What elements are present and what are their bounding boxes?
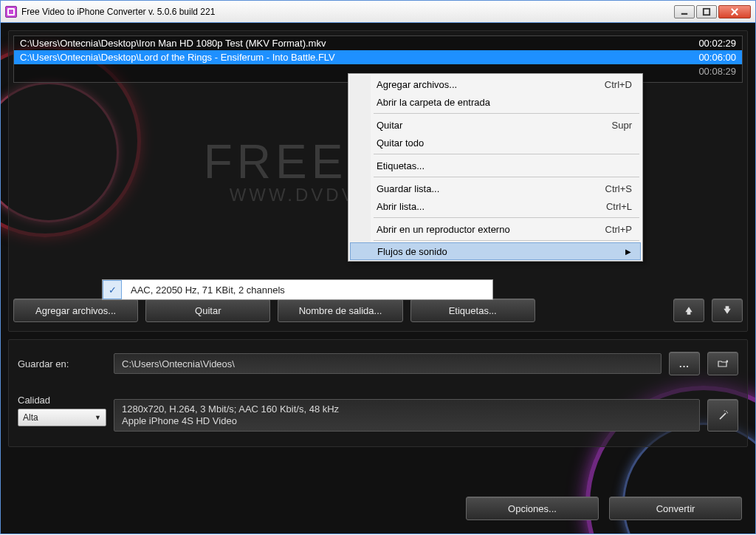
menu-item[interactable]: Etiquetas... bbox=[350, 157, 641, 174]
app-icon bbox=[5, 6, 17, 18]
save-in-label: Guardar en: bbox=[18, 358, 106, 369]
titlebar: Free Video to iPhone Converter v. 5.0.6 … bbox=[0, 0, 756, 22]
preset-line2: Apple iPhone 4S HD Video bbox=[122, 415, 237, 427]
menu-item-label: Guardar lista... bbox=[377, 183, 439, 194]
menu-separator bbox=[374, 154, 639, 154]
audio-track-text: AAC, 22050 Hz, 71 KBit, 2 channels bbox=[131, 284, 285, 296]
move-up-button[interactable] bbox=[673, 299, 704, 322]
menu-item-shortcut: Ctrl+P bbox=[605, 224, 632, 235]
maximize-button[interactable] bbox=[696, 5, 717, 18]
menu-item[interactable]: QuitarSupr bbox=[350, 116, 641, 134]
menu-item-label: Abrir lista... bbox=[377, 201, 425, 212]
quality-label: Calidad bbox=[18, 395, 106, 406]
menu-item-label: Flujos de sonido bbox=[377, 246, 447, 257]
browse-button[interactable]: ... bbox=[669, 352, 700, 375]
file-row[interactable]: C:\Users\Ontecnia\Desktop\Lord of the Ri… bbox=[14, 50, 742, 64]
output-name-button[interactable]: Nombre de salida... bbox=[278, 299, 402, 322]
minimize-button[interactable] bbox=[674, 5, 695, 18]
total-duration: 00:08:29 bbox=[698, 66, 736, 77]
save-in-row: Guardar en: C:\Users\Ontecnia\Videos\ ..… bbox=[18, 352, 738, 375]
menu-item[interactable]: Abrir lista...Ctrl+L bbox=[350, 197, 641, 215]
chevron-down-icon: ▼ bbox=[94, 414, 101, 421]
menu-item-label: Agregar archivos... bbox=[377, 79, 457, 90]
menu-item[interactable]: Agregar archivos...Ctrl+D bbox=[350, 75, 641, 93]
svg-rect-1 bbox=[704, 8, 709, 14]
remove-button[interactable]: Quitar bbox=[145, 299, 270, 322]
file-path: C:\Users\Ontecnia\Desktop\Lord of the Ri… bbox=[20, 52, 335, 63]
toolbar: Agregar archivos... Quitar Nombre de sal… bbox=[13, 299, 743, 322]
file-duration: 00:02:29 bbox=[698, 38, 736, 49]
ellipsis-icon: ... bbox=[679, 358, 690, 369]
menu-item[interactable]: Abrir la carpeta de entrada bbox=[350, 93, 641, 111]
file-path: C:\Users\Ontecnia\Desktop\Iron Man HD 10… bbox=[20, 38, 326, 49]
quality-selected: Alta bbox=[23, 412, 38, 423]
open-folder-button[interactable] bbox=[707, 352, 738, 375]
menu-separator bbox=[374, 217, 639, 218]
menu-item-shortcut: Ctrl+S bbox=[605, 183, 632, 194]
close-button[interactable] bbox=[718, 5, 751, 18]
menu-item-shortcut: Ctrl+L bbox=[606, 201, 632, 212]
menu-item-label: Abrir en un reproductor externo bbox=[377, 224, 510, 235]
quality-select[interactable]: Alta ▼ bbox=[18, 409, 106, 426]
menu-item[interactable]: Flujos de sonido▶ bbox=[350, 242, 641, 260]
settings-panel: Guardar en: C:\Users\Ontecnia\Videos\ ..… bbox=[8, 339, 748, 447]
app-body: FREESTUDIO WWW.DVDVIDEOSOFT.COM C:\Users… bbox=[0, 22, 756, 534]
menu-separator bbox=[374, 113, 639, 114]
add-files-button[interactable]: Agregar archivos... bbox=[13, 299, 138, 322]
quality-row: Calidad Alta ▼ 1280x720, H.264, 3 Mbit/s… bbox=[18, 389, 738, 432]
options-button[interactable]: Opciones... bbox=[466, 497, 599, 520]
move-down-button[interactable] bbox=[712, 299, 743, 322]
window-title: Free Video to iPhone Converter v. 5.0.6 … bbox=[21, 7, 674, 17]
wand-icon bbox=[717, 409, 729, 421]
menu-item[interactable]: Abrir en un reproductor externoCtrl+P bbox=[350, 220, 641, 238]
arrow-down-icon bbox=[722, 305, 732, 316]
save-in-field[interactable]: C:\Users\Ontecnia\Videos\ bbox=[114, 353, 662, 374]
tags-button[interactable]: Etiquetas... bbox=[410, 299, 535, 322]
menu-item-label: Quitar todo bbox=[377, 137, 424, 149]
file-duration: 00:06:00 bbox=[698, 52, 736, 63]
context-menu: Agregar archivos...Ctrl+DAbrir la carpet… bbox=[348, 73, 643, 262]
preset-wizard-button[interactable] bbox=[707, 399, 738, 432]
open-folder-icon bbox=[718, 358, 728, 369]
menu-item-shortcut: Ctrl+D bbox=[605, 79, 632, 90]
window-controls bbox=[674, 5, 751, 18]
menu-separator bbox=[374, 177, 639, 177]
file-row[interactable]: C:\Users\Ontecnia\Desktop\Iron Man HD 10… bbox=[14, 36, 742, 50]
menu-separator bbox=[374, 240, 639, 241]
bottom-bar: Opciones... Convertir bbox=[466, 497, 742, 520]
submenu-arrow-icon: ▶ bbox=[625, 248, 631, 256]
convert-button[interactable]: Convertir bbox=[609, 497, 742, 520]
audio-track-checkbox[interactable]: ✓ bbox=[103, 280, 122, 299]
menu-item-label: Etiquetas... bbox=[377, 160, 425, 171]
menu-item-label: Quitar bbox=[377, 120, 402, 131]
arrow-up-icon bbox=[684, 305, 694, 316]
menu-item[interactable]: Quitar todo bbox=[350, 134, 641, 151]
menu-item[interactable]: Guardar lista...Ctrl+S bbox=[350, 180, 641, 197]
menu-item-shortcut: Supr bbox=[612, 120, 632, 131]
audio-track-bar[interactable]: ✓ AAC, 22050 Hz, 71 KBit, 2 channels bbox=[102, 279, 493, 300]
preset-field[interactable]: 1280x720, H.264, 3 Mbit/s; AAC 160 Kbit/… bbox=[114, 399, 700, 432]
menu-item-label: Abrir la carpeta de entrada bbox=[377, 97, 490, 108]
preset-line1: 1280x720, H.264, 3 Mbit/s; AAC 160 Kbit/… bbox=[122, 403, 339, 415]
